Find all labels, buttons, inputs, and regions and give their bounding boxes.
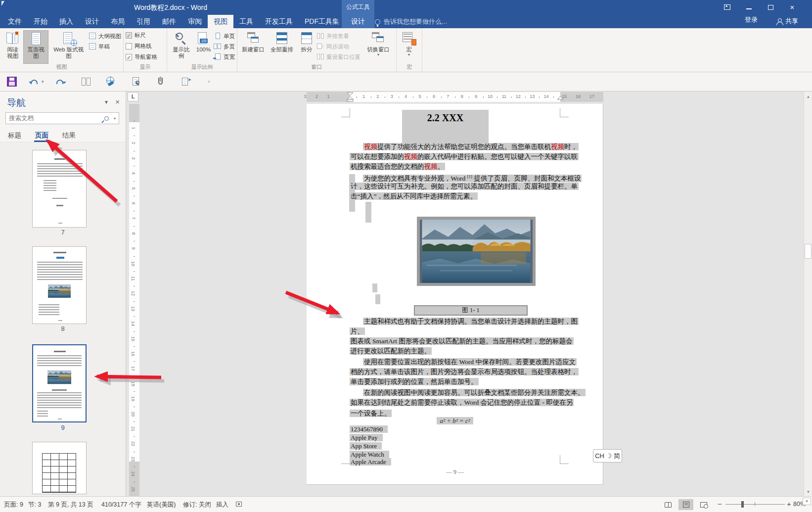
zoom-button[interactable]: 显示比例 [169,30,193,64]
ribbon-tab-开始[interactable]: 开始 [28,15,53,28]
draft-view-button[interactable]: 草稿 [89,43,121,50]
page-thumbnail[interactable] [32,442,87,494]
share-button[interactable]: 共享 [776,17,798,26]
nav-tab-页面[interactable]: 页面 [34,129,49,142]
document-text-line[interactable]: 图表或 SmartArt 图形将会更改以匹配新的主题。当应用样式时，您的标题会 [350,336,574,346]
document-text-line[interactable]: 视频提供了功能强大的方法帮助您证明您的观点。当您单击联机视频时， [350,142,579,151]
vertical-scrollbar[interactable]: ▲ ▼ [804,92,812,496]
left-indent-markers[interactable] [346,92,354,102]
synchronous-scrolling-button[interactable]: ↕ 同步滚动 [316,43,361,50]
ribbon-tab-文件[interactable]: 文件 [2,15,28,28]
ribbon-tab-插入[interactable]: 插入 [53,15,79,28]
web-layout-button[interactable]: Web 版式视图 [48,30,89,64]
page-thumbnail[interactable] [32,246,87,324]
status-item[interactable]: 修订: 关闭 [183,501,211,509]
ribbon-tab-设计[interactable]: 设计 [79,15,105,28]
document-photo[interactable] [417,217,536,286]
scrollbar-down-caret[interactable]: ▼ [803,498,811,505]
sign-in-button[interactable]: 登录 [745,15,758,24]
new-window-button[interactable]: 新建窗口 [239,30,267,64]
status-item[interactable]: 英语(美国) [147,501,176,509]
document-text-line[interactable]: 使用在需要位置出现的新按钮在 Word 中保存时间。若要更改图片适应文 [350,357,577,367]
document-page[interactable]: 2.2 XXX 视频提供了功能强大的方法帮助您证明您的观点。当您单击联机视频时，… [307,104,603,485]
document-text-line[interactable]: 在新的阅读视图中阅读更加容易。可以折叠文档某些部分并关注所需文本。 [350,388,586,397]
horizontal-ruler[interactable]: 3211234567891011121314151617 [307,92,603,102]
macros-button[interactable]: 宏 ▾ [399,30,419,64]
ribbon-tab-引用[interactable]: 引用 [131,15,156,28]
view-side-by-side-button[interactable]: 并排查看 [316,32,361,40]
document-text-line[interactable]: 档的方式，请单击该图片，图片旁边将会显示布局选项按钮。当处理表格时， [350,367,579,376]
math-formula[interactable]: a² + b² = c² [350,417,560,425]
figure-caption[interactable]: 图 1- 1 [414,305,528,316]
document-text-line[interactable]: 可以在想要添加的视频的嵌入代码中进行粘贴。您也可以键入一个关键字以联 [350,152,579,161]
page-width-button[interactable]: ◂▸ 页宽 [214,53,235,61]
vertical-ruler[interactable]: 1234567891011121314151617181920212223242… [129,104,139,496]
status-item[interactable]: 插入 [216,501,228,509]
gridlines-checkbox[interactable]: 网格线 [126,43,152,50]
undo-button[interactable] [30,77,40,87]
hyperlink-globe-button[interactable] [106,77,116,87]
arrange-all-button[interactable]: 全部重排 [267,30,297,64]
web-layout-view-button[interactable] [696,499,711,510]
scroll-down-icon[interactable]: ▼ [804,488,812,496]
document-text-line[interactable]: 主题和样式也有助于文档保持协调。当您单击设计并选择新的主题时，图 [350,317,579,326]
redo-button[interactable] [55,77,65,87]
scroll-up-icon[interactable]: ▲ [804,93,812,101]
zoom-slider-track[interactable] [725,504,785,505]
nav-close-icon[interactable]: × [115,97,120,106]
document-text-line[interactable]: 击“插入”，然后从不同库中选择所需元素。 [350,191,478,201]
one-page-button[interactable]: 单页 [214,32,235,40]
minimize-button[interactable] [738,0,760,14]
page-thumbnail-selected[interactable] [32,344,87,422]
zoom-100-button[interactable]: 100 100% [193,30,214,64]
zoom-out-button[interactable]: − [718,500,722,508]
tell-me-search[interactable]: 告诉我您想要做什么... [375,17,447,26]
read-mode-button[interactable]: 阅读 视图 [2,30,23,64]
ribbon-tab-审阅[interactable]: 审阅 [182,15,208,28]
nav-tab-结果[interactable]: 结果 [61,129,77,142]
navigation-pane-checkbox[interactable]: ✓ 导航窗格 [126,53,157,61]
reset-window-position-button[interactable]: 重设窗口位置 [316,53,361,61]
ribbon-tab-工具[interactable]: 工具 [233,15,259,28]
maximize-button[interactable] [760,0,781,14]
view-columns-button[interactable] [81,77,91,87]
print-preview-button[interactable] [132,77,141,87]
status-item[interactable]: 页面: 9 [4,501,23,509]
scrollbar-thumb[interactable] [805,244,812,259]
ribbon-display-options-button[interactable] [716,0,738,14]
tab-stop-selector[interactable]: L [128,92,138,101]
ruler-checkbox[interactable]: ✓ 标尺 [126,32,146,39]
zoom-in-button[interactable]: + [787,500,791,508]
document-text-line[interactable]: 单击要添加行或列的位置，然后单击加号。 [350,377,479,386]
nav-tab-标题[interactable]: 标题 [7,129,22,142]
close-button[interactable]: × [781,0,803,14]
read-mode-view-button[interactable] [661,499,676,510]
split-button[interactable]: 拆分 [297,30,316,64]
page-thumbnail[interactable] [32,150,87,228]
search-dropdown-caret[interactable]: ▾ [114,116,116,121]
status-item[interactable]: 410/3177 个字 [101,501,141,509]
document-list-item[interactable]: Apple Arcade [350,457,391,466]
ribbon-tab-PDF工具集[interactable]: PDF工具集 [299,15,345,28]
new-page-button[interactable]: ➤ [181,77,191,87]
document-text-line[interactable]: 机搜索最适合您的文档的视频。 [350,162,445,171]
ribbon-tab-邮件[interactable]: 邮件 [156,15,182,28]
status-item[interactable]: 第 9 页, 共 13 页 [48,501,93,509]
print-layout-view-button[interactable] [678,499,693,510]
attachment-button[interactable] [156,77,166,87]
outline-view-button[interactable]: 大纲视图 [89,32,121,40]
multiple-pages-button[interactable]: 多页 [214,43,235,50]
document-text-line[interactable]: 片、 [350,326,365,336]
document-text-line[interactable]: 计，这些设计可互为补充。例如，您可以添加匹配的封面、页眉和提要栏。单 [350,182,579,191]
ime-language-indicator[interactable]: CH ☽ 简 [593,449,622,463]
document-text-line[interactable]: 如果在达到结尾处之前需要停止读取，Word 会记住您的停止位置 - 即使在另 [350,398,574,407]
undo-dropdown-caret[interactable]: ▾ [42,79,44,84]
ribbon-tab-布局[interactable]: 布局 [105,15,131,28]
macro-record-icon[interactable] [236,501,242,508]
switch-windows-button[interactable]: 切换窗口 ▾ [363,30,393,64]
status-item[interactable]: 节: 3 [28,501,41,509]
zoom-slider-thumb[interactable] [741,501,744,508]
print-layout-button[interactable]: 页面视图 [23,30,48,64]
save-button[interactable] [7,77,17,87]
ribbon-tab-设计[interactable]: 设计 [345,15,371,28]
